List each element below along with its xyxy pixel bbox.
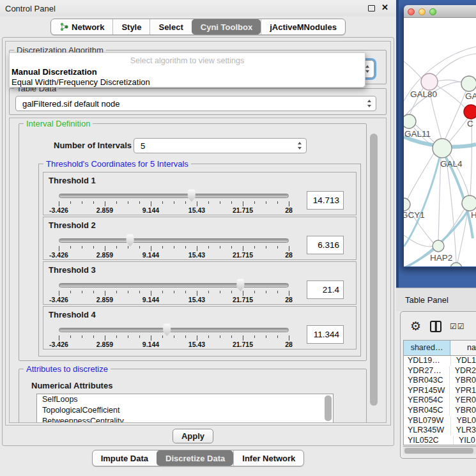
table-cell[interactable]: YPR1 (449, 386, 476, 396)
table-row[interactable]: YDR27…YDR2 (404, 366, 476, 376)
table-row[interactable]: YPR145WYPR1 (404, 386, 476, 396)
network-node-GAL4-node[interactable] (433, 139, 452, 158)
close-icon[interactable]: ✕ (381, 3, 388, 12)
network-node-HAP2-node[interactable] (433, 240, 444, 252)
settings-vertical-scrollbar[interactable] (370, 134, 378, 406)
threshold-slider-track[interactable] (59, 283, 289, 288)
table-cell[interactable]: YIL052C (404, 436, 453, 445)
float-window-icon[interactable] (368, 5, 375, 12)
network-edge (436, 54, 476, 76)
network-node-GCY1-node[interactable] (404, 198, 410, 211)
table-cell[interactable]: YER054C (404, 395, 449, 406)
attribute-item[interactable]: TopologicalCoefficient (37, 405, 333, 416)
table-row[interactable]: YLR345WYLR3 (404, 426, 476, 436)
network-window[interactable]: GAL80GACGAL11GAL4GCY1HHAP2 (404, 5, 476, 267)
network-graph[interactable]: GAL80GACGAL11GAL4GCY1HHAP2 (404, 18, 476, 266)
threshold-value-field[interactable] (307, 236, 344, 254)
table-cell[interactable]: YPR145W (404, 386, 449, 396)
table-row[interactable]: YER054CYER0 (404, 395, 476, 406)
attributes-group-title: Attributes to discretize (24, 364, 111, 374)
table-cell[interactable]: YDL1 (450, 356, 476, 366)
attributes-list-scrollbar[interactable] (325, 395, 332, 421)
network-node-clipped-node-top-right[interactable] (461, 76, 476, 91)
apply-button[interactable]: Apply (173, 429, 213, 443)
table-cell[interactable]: YBR0 (449, 376, 476, 386)
bottom-tab-discretize-data[interactable]: Discretize Data (157, 450, 233, 466)
table-cell[interactable]: YBR0 (449, 406, 476, 416)
table-cell[interactable]: YBR043C (404, 376, 449, 386)
threshold-slider-track[interactable] (59, 194, 289, 198)
tab-style[interactable]: Style (112, 19, 150, 35)
slider-tick-label: -3.426 (49, 251, 68, 259)
numerical-attributes-list[interactable]: SelfLoopsTopologicalCoefficientBetweenne… (36, 394, 334, 423)
panel-title: Control Panel (5, 4, 56, 13)
attribute-item[interactable]: SelfLoops (37, 394, 333, 405)
table-cell[interactable]: YDR2 (449, 366, 476, 376)
table-cell[interactable]: YIL0 (453, 436, 476, 445)
network-node-red-node[interactable] (464, 105, 476, 119)
number-of-intervals-combobox[interactable]: 5 (134, 138, 307, 153)
slider-tick (289, 246, 289, 251)
column-layout-icon[interactable] (430, 321, 441, 332)
tab-label: jActiveMNodules (270, 22, 337, 32)
slider-tick-label: 15.43 (188, 341, 205, 348)
tab-cyni-toolbox[interactable]: Cyni Toolbox (192, 19, 261, 35)
network-canvas[interactable]: GAL80GACGAL11GAL4GCY1HHAP2 (404, 18, 476, 266)
column-header-name[interactable]: na (450, 341, 476, 355)
table-row[interactable]: YDL19…YDL1 (404, 356, 476, 366)
threshold-value-field[interactable] (307, 191, 344, 210)
table-cell[interactable]: YBR045C (404, 406, 449, 416)
table-row[interactable]: YBR043CYBR0 (404, 376, 476, 386)
table-cell[interactable]: YLR345W (404, 426, 450, 436)
network-node-label: GCY1 (404, 210, 425, 220)
threshold-row-2: Threshold 2-3.4262.8599.14415.4321.71528 (43, 217, 357, 260)
threshold-slider-thumb[interactable] (236, 279, 245, 291)
bottom-tab-infer-network[interactable]: Infer Network (233, 450, 303, 466)
slider-tick (185, 335, 186, 338)
threshold-slider-track[interactable] (59, 328, 289, 332)
slider-tick (254, 201, 255, 204)
tab-select[interactable]: Select (150, 19, 191, 35)
table-cell[interactable]: YLR3 (450, 426, 476, 436)
network-node-GAL80-node[interactable] (421, 73, 438, 90)
threshold-slider-track[interactable] (59, 238, 289, 243)
network-node-clipped-node-bottom[interactable] (450, 263, 462, 266)
table-row[interactable]: YBL079WYBL0 (404, 416, 476, 426)
combo-stepper-icon (365, 65, 370, 73)
zoom-traffic-light-icon[interactable] (429, 8, 436, 15)
slider-tick-label: 21.715 (233, 251, 253, 259)
popup-option-equal-width-frequency[interactable]: Equal Width/Frequency Discretization (12, 77, 363, 87)
table-cell[interactable]: YDR27… (404, 366, 449, 376)
table-row[interactable]: YBR045CYBR0 (404, 406, 476, 416)
threshold-value-field[interactable] (307, 280, 344, 299)
threshold-slider-thumb[interactable] (125, 234, 135, 247)
attribute-item[interactable]: BetweennessCentrality (37, 416, 333, 423)
tab-label: Style (121, 22, 141, 32)
table-row[interactable]: YIL052CYIL0 (404, 436, 476, 445)
threshold-label: Threshold 3 (49, 265, 96, 275)
table-cell[interactable]: YBL079W (404, 416, 450, 426)
table-cell[interactable]: YBL0 (450, 416, 476, 426)
minimize-traffic-light-icon[interactable] (418, 8, 426, 15)
gear-icon[interactable]: ⚙ (410, 319, 421, 334)
slider-tick (116, 335, 117, 338)
tab-label: Cyni Toolbox (201, 22, 252, 32)
network-node-GAL11-node[interactable] (404, 114, 416, 128)
network-node-H-node[interactable] (462, 196, 476, 211)
threshold-slider-thumb[interactable] (187, 189, 196, 202)
slider-tick (70, 246, 71, 249)
threshold-slider-thumb[interactable] (162, 323, 172, 336)
bottom-tab-impute-data[interactable]: Impute Data (93, 450, 157, 466)
close-traffic-light-icon[interactable] (408, 8, 415, 15)
tab-network[interactable]: Network (51, 19, 112, 35)
table-data-combobox[interactable]: galFiltered.sif default node (15, 96, 376, 111)
popup-option-manual-discretization[interactable]: Manual Discretization (12, 67, 363, 77)
threshold-value-field[interactable] (307, 325, 344, 344)
table-horizontal-scrollbar[interactable] (404, 448, 473, 454)
table-cell[interactable]: YDL19… (404, 356, 450, 366)
select-columns-icon[interactable]: ☑☑ (450, 322, 465, 331)
tab-jactivemnodules[interactable]: jActiveMNodules (261, 19, 345, 35)
column-header-shared-name[interactable]: shared… (404, 341, 450, 355)
table-cell[interactable]: YER0 (449, 395, 476, 406)
network-window-titlebar[interactable] (404, 5, 476, 18)
